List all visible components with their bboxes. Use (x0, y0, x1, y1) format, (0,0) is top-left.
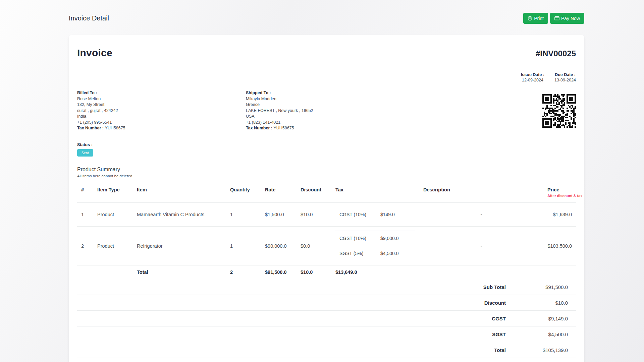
total-empty-type (93, 265, 133, 279)
row1-item-type: Product (93, 203, 133, 227)
issue-date-value: 12-09-2024 (521, 77, 544, 83)
status-label: Status : (77, 142, 576, 147)
items-table-header-row: # Item Type Item Quantity Rate Discount … (77, 182, 576, 203)
billed-to-country: India (77, 114, 125, 120)
row1-tax1-amount: $149.0 (377, 212, 395, 217)
row1-taxes: CGST (10%) $149.0 (331, 203, 419, 227)
row2-tax2-amount: $4,500.0 (377, 251, 399, 256)
row1-tax1-name: CGST (10%) (335, 212, 377, 217)
totals-summary: Sub Total $91,500.0 Discount $10.0 CGST … (77, 279, 576, 362)
invoice-header: Invoice #INV00025 (77, 47, 576, 59)
invoice-number: #INV00025 (536, 47, 576, 58)
header-price: Price After discount & tax (543, 182, 576, 203)
printer-icon (528, 16, 532, 21)
page-container: Invoice Detail Print Pay Now Invoice #IN… (69, 0, 584, 362)
table-total-row: Total 2 $91,500.0 $10.0 $13,649.0 (77, 265, 576, 279)
summary-row-sgst: SGST $4,500.0 (77, 326, 576, 342)
total-rate: $91,500.0 (261, 265, 297, 279)
row1-rate: $1,500.0 (261, 203, 297, 227)
row1-description: - (419, 203, 543, 227)
cgst-value: $9,149.0 (506, 316, 568, 321)
total-tax: $13,649.0 (331, 265, 419, 279)
header-rate: Rate (261, 182, 297, 203)
header-item: Item (133, 182, 226, 203)
subtotal-label: Sub Total (483, 284, 506, 290)
page-title: Invoice Detail (69, 14, 109, 22)
due-date-block: Due Date : 13-09-2024 (554, 72, 576, 83)
header-description: Description (419, 182, 543, 203)
total-empty-price (543, 265, 576, 279)
row2-tax1-amount: $9,000.0 (377, 236, 399, 241)
invoice-card: Invoice #INV00025 Issue Date : 12-09-202… (69, 35, 584, 362)
shipped-to-country: USA (246, 114, 313, 120)
cgst-label: CGST (492, 316, 506, 321)
header-item-type: Item Type (93, 182, 133, 203)
row1-quantity: 1 (226, 203, 261, 227)
shipped-to-label: Shipped To : (246, 90, 313, 96)
summary-row-total: Total $105,139.0 (77, 342, 576, 358)
billed-to-address2: surat , gujrat , 424242 (77, 108, 125, 114)
total-discount: $10.0 (297, 265, 331, 279)
table-row: 2 Product Refrigerator 1 $90,000.0 $0.0 … (77, 227, 576, 265)
shipped-to-block: Shipped To : Mikayla Madden Greece LAKE … (246, 90, 313, 131)
shipped-to-tax-label: Tax Number : (246, 126, 273, 130)
shipped-to-address2: LAKE FOREST , New yourk , 19652 (246, 108, 313, 114)
invoice-dates: Issue Date : 12-09-2024 Due Date : 13-09… (77, 72, 576, 83)
product-summary-subtitle: All items here cannot be deleted. (77, 174, 576, 178)
header-price-label: Price (547, 187, 559, 192)
due-date-label: Due Date : (554, 72, 576, 77)
row2-item-type: Product (93, 227, 133, 265)
billed-to-tax-label: Tax Number : (77, 126, 105, 130)
due-date-value: 13-09-2024 (554, 77, 576, 83)
invoice-heading: Invoice (77, 47, 112, 59)
row2-rate: $90,000.0 (261, 227, 297, 265)
issue-date-block: Issue Date : 12-09-2024 (521, 72, 544, 83)
row2-discount: $0.0 (297, 227, 331, 265)
shipped-to-tax-number: YUH58675 (273, 126, 294, 130)
row2-price: $103,500.0 (543, 227, 576, 265)
sgst-value: $4,500.0 (506, 331, 568, 337)
total-empty-desc (419, 265, 543, 279)
tax-line: CGST (10%) $9,000.0 (335, 231, 415, 246)
summary-row-paid: Paid $0.0 (77, 358, 576, 362)
discount-value: $10.0 (506, 300, 568, 306)
summary-row-discount: Discount $10.0 (77, 295, 576, 311)
billed-to-phone: +1 (205) 995-5541 (77, 120, 125, 126)
row2-item: Refrigerator (133, 227, 226, 265)
header-price-subnote: After discount & tax (547, 194, 572, 198)
billed-to-label: Billed To : (77, 90, 125, 96)
discount-label: Discount (484, 300, 506, 306)
row2-description: - (419, 227, 543, 265)
billed-to-tax: Tax Number : YUH58675 (77, 125, 125, 131)
print-button[interactable]: Print (523, 13, 548, 24)
toolbar-actions: Print Pay Now (523, 13, 584, 24)
shipped-to-tax: Tax Number : YUH58675 (246, 125, 313, 131)
top-bar: Invoice Detail Print Pay Now (69, 0, 584, 24)
addresses-section: Billed To : Rose Melton 132, My Street s… (77, 90, 576, 130)
row2-tax2-name: SGST (5%) (335, 251, 377, 256)
total-empty-sr (77, 265, 93, 279)
summary-row-subtotal: Sub Total $91,500.0 (77, 279, 576, 295)
credit-card-icon (554, 16, 559, 20)
total-label: Total (133, 265, 226, 279)
header-discount: Discount (297, 182, 331, 203)
issue-date-label: Issue Date : (521, 72, 544, 77)
pay-now-button-label: Pay Now (561, 16, 580, 21)
header-sr: # (77, 182, 93, 203)
table-row: 1 Product Mamaearth Vitamin C Products 1… (77, 203, 576, 227)
subtotal-value: $91,500.0 (506, 284, 568, 290)
grand-total-label: Total (494, 347, 506, 353)
row2-quantity: 1 (226, 227, 261, 265)
shipped-to-phone: +1 (823) 141-4021 (246, 120, 313, 126)
tax-line: SGST (5%) $4,500.0 (335, 246, 415, 261)
row1-discount: $10.0 (297, 203, 331, 227)
sgst-label: SGST (492, 331, 506, 337)
row1-price: $1,639.0 (543, 203, 576, 227)
header-quantity: Quantity (226, 182, 261, 203)
shipped-to-address1: Greece (246, 102, 313, 108)
billed-to-tax-number: YUH58675 (105, 126, 125, 130)
row1-sr: 1 (77, 203, 93, 227)
tax-line: CGST (10%) $149.0 (335, 207, 415, 222)
header-divider (77, 67, 576, 67)
pay-now-button[interactable]: Pay Now (550, 13, 584, 24)
